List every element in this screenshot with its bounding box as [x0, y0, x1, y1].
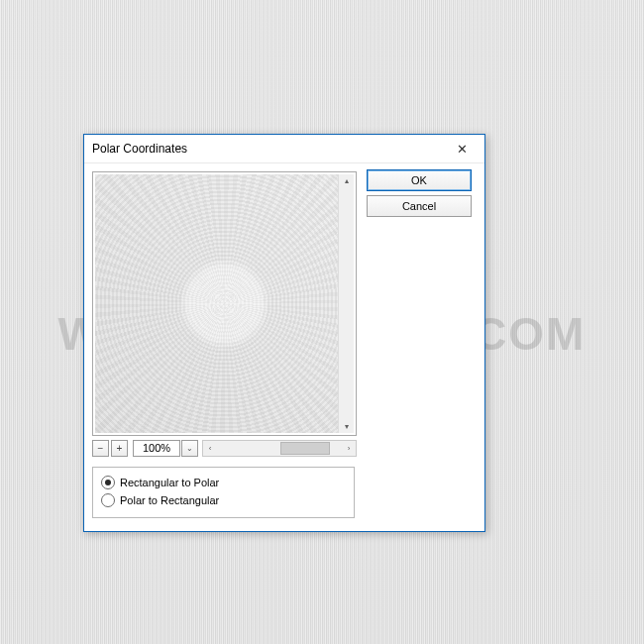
preview-column: ▴ ▾ − + 100% ⌄ ‹ › — [92, 171, 357, 518]
dialog-titlebar: Polar Coordinates ✕ — [84, 135, 484, 163]
zoom-value[interactable]: 100% — [133, 440, 180, 457]
scroll-right-icon[interactable]: › — [342, 441, 356, 456]
scroll-thumb[interactable] — [280, 442, 330, 455]
polar-coordinates-dialog: Polar Coordinates ✕ ▴ ▾ − + 100% ⌄ — [83, 134, 485, 532]
preview-image — [95, 174, 354, 433]
ok-button[interactable]: OK — [367, 169, 472, 191]
dialog-body: ▴ ▾ − + 100% ⌄ ‹ › — [84, 163, 484, 526]
preview-viewport[interactable]: ▴ ▾ — [95, 174, 354, 433]
horizontal-scrollbar[interactable]: ‹ › — [202, 440, 357, 457]
options-group: Rectangular to Polar Polar to Rectangula… — [92, 467, 355, 518]
button-column: OK Cancel — [367, 169, 472, 217]
close-icon[interactable]: ✕ — [445, 138, 479, 160]
zoom-row: − + 100% ⌄ ‹ › — [92, 439, 357, 457]
scroll-up-icon[interactable]: ▴ — [339, 174, 354, 187]
radio-rect-to-polar[interactable]: Rectangular to Polar — [101, 474, 346, 491]
zoom-in-button[interactable]: + — [111, 440, 128, 457]
radio-dot-icon — [101, 493, 115, 507]
radio-dot-icon — [101, 476, 115, 489]
zoom-out-button[interactable]: − — [92, 440, 109, 457]
cancel-button[interactable]: Cancel — [367, 195, 472, 217]
radio-label: Rectangular to Polar — [120, 477, 219, 488]
zoom-dropdown-icon[interactable]: ⌄ — [181, 440, 198, 457]
scroll-left-icon[interactable]: ‹ — [203, 441, 217, 456]
scroll-down-icon[interactable]: ▾ — [339, 420, 354, 433]
preview-box: ▴ ▾ — [92, 171, 357, 436]
radio-label: Polar to Rectangular — [120, 494, 219, 506]
vertical-scrollbar[interactable]: ▴ ▾ — [338, 174, 354, 433]
dialog-title: Polar Coordinates — [92, 142, 445, 156]
radio-polar-to-rect[interactable]: Polar to Rectangular — [101, 491, 346, 509]
